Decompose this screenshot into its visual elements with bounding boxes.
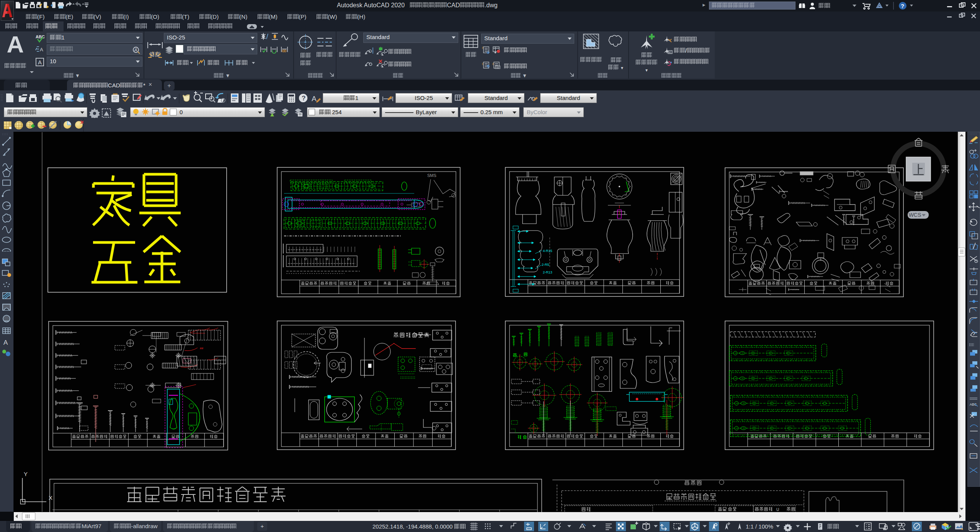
svg-text:A: A	[40, 47, 43, 52]
svg-text:Y: Y	[24, 471, 28, 477]
svg-text:U: U	[776, 507, 779, 512]
svg-text:A: A	[134, 47, 137, 52]
svg-text:SMS: SMS	[427, 173, 436, 178]
svg-text:?: ?	[901, 3, 904, 9]
svg-text:A: A	[38, 59, 42, 65]
svg-text:2-R5: 2-R5	[542, 263, 549, 267]
svg-text:2-R13: 2-R13	[543, 270, 552, 274]
svg-text:1:1 / 100%: 1:1 / 100%	[746, 523, 773, 530]
svg-text:A: A	[3, 339, 8, 346]
svg-text:A: A	[312, 95, 317, 103]
svg-text:ABC: ABC	[36, 34, 45, 39]
svg-text:##: ##	[200, 347, 203, 350]
svg-text:X: X	[49, 494, 52, 501]
svg-text:4-R15: 4-R15	[543, 249, 552, 253]
svg-text:?: ?	[302, 95, 305, 102]
svg-text:WCS: WCS	[909, 212, 921, 218]
